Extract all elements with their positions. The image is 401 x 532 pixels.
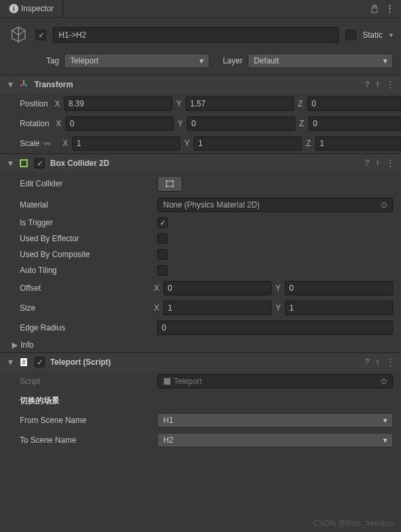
info-foldout[interactable]: ▶ Info: [0, 338, 401, 352]
teleport-title: Teleport (Script): [50, 358, 359, 367]
static-dropdown-arrow[interactable]: ▾: [389, 30, 393, 40]
teleport-header[interactable]: ▼ # Teleport (Script) ? ⫯ ⋮: [0, 353, 401, 371]
menu-icon[interactable]: ⋮: [385, 3, 394, 14]
svg-rect-3: [172, 180, 174, 182]
foldout-icon: ▶: [12, 340, 18, 350]
script-icon: #: [18, 357, 29, 367]
position-z-input[interactable]: [307, 96, 401, 111]
static-checkbox[interactable]: [346, 30, 356, 40]
preset-icon[interactable]: ⫯: [376, 80, 380, 89]
is-trigger-checkbox[interactable]: [157, 217, 168, 228]
static-label: Static: [363, 30, 383, 40]
teleport-component: ▼ # Teleport (Script) ? ⫯ ⋮ Script Telep…: [0, 352, 401, 450]
script-field: Teleport ⊙: [157, 374, 393, 389]
layer-value: Default: [254, 56, 279, 65]
gameobject-header: Static ▾: [0, 18, 401, 51]
svg-rect-5: [172, 186, 174, 187]
transform-icon: [18, 79, 29, 90]
position-label: Position: [20, 99, 48, 108]
help-icon[interactable]: ?: [365, 80, 369, 89]
size-y-input[interactable]: [285, 301, 393, 315]
gameobject-icon[interactable]: [8, 24, 29, 46]
tag-dropdown[interactable]: Teleport▾: [64, 54, 209, 68]
info-icon: i: [9, 4, 18, 13]
used-by-composite-label: Used By Composite: [20, 250, 152, 259]
inspector-header: i Inspector ⋮: [0, 0, 401, 18]
tag-value: Teleport: [70, 56, 98, 65]
script-mini-icon: [163, 377, 171, 385]
to-scene-label: To Scene Name: [20, 436, 152, 445]
preset-icon[interactable]: ⫯: [376, 358, 380, 367]
z-label: Z: [297, 99, 305, 108]
svg-text:#: #: [22, 359, 26, 366]
help-icon[interactable]: ?: [365, 159, 369, 168]
info-label: Info: [20, 340, 34, 350]
size-x-input[interactable]: [163, 301, 272, 315]
teleport-enabled-checkbox[interactable]: [34, 357, 45, 367]
script-label: Script: [20, 377, 152, 386]
to-scene-value: H2: [163, 436, 173, 445]
used-by-effector-label: Used By Effector: [20, 234, 152, 243]
preset-icon[interactable]: ⫯: [376, 159, 380, 168]
gameobject-enabled-checkbox[interactable]: [36, 30, 46, 40]
edge-radius-input[interactable]: [157, 321, 393, 335]
edit-collider-button[interactable]: [157, 176, 182, 192]
svg-rect-2: [166, 180, 167, 182]
gameobject-name-input[interactable]: [53, 27, 339, 43]
menu-icon[interactable]: ⋮: [386, 80, 394, 89]
transform-header[interactable]: ▼ Transform ? ⫯ ⋮: [0, 75, 401, 94]
foldout-icon: ▼: [7, 80, 13, 89]
layer-label: Layer: [223, 56, 242, 65]
offset-label: Offset: [20, 284, 147, 293]
svg-rect-1: [166, 181, 173, 186]
from-scene-value: H1: [163, 416, 173, 425]
material-field[interactable]: None (Physics Material 2D) ⊙: [157, 198, 393, 212]
scale-z-input[interactable]: [315, 136, 401, 151]
box-collider-header[interactable]: ▼ Box Collider 2D ? ⫯ ⋮: [0, 154, 401, 172]
svg-rect-8: [164, 378, 170, 385]
lock-icon[interactable]: [371, 5, 379, 13]
rotation-y-input[interactable]: [187, 116, 295, 131]
watermark: CSDN @float_freedom: [313, 519, 394, 528]
edit-collider-label: Edit Collider: [20, 179, 152, 188]
offset-y-input[interactable]: [285, 281, 393, 295]
layer-dropdown[interactable]: Default▾: [248, 54, 393, 68]
object-picker-icon[interactable]: ⊙: [381, 200, 387, 209]
inspector-tab[interactable]: i Inspector: [0, 0, 63, 17]
used-by-effector-checkbox[interactable]: [157, 233, 168, 244]
box-collider-2d-component: ▼ Box Collider 2D ? ⫯ ⋮ Edit Collider Ma…: [0, 153, 401, 352]
foldout-icon: ▼: [7, 159, 13, 168]
object-picker-icon[interactable]: ⊙: [381, 377, 387, 386]
position-y-input[interactable]: [186, 96, 294, 111]
script-value: Teleport: [174, 377, 202, 386]
rotation-x-input[interactable]: [65, 116, 174, 131]
material-value: None (Physics Material 2D): [163, 200, 260, 209]
used-by-composite-checkbox[interactable]: [157, 249, 168, 260]
rotation-label: Rotation: [20, 119, 50, 128]
from-scene-dropdown[interactable]: H1▾: [157, 413, 393, 428]
material-label: Material: [20, 200, 152, 209]
to-scene-dropdown[interactable]: H2▾: [157, 433, 393, 447]
box-collider-icon: [18, 158, 29, 169]
transform-title: Transform: [34, 80, 359, 89]
position-x-input[interactable]: [64, 96, 172, 111]
menu-icon[interactable]: ⋮: [386, 159, 394, 168]
edge-radius-label: Edge Radius: [20, 323, 152, 332]
section-header: 切换的场景: [0, 391, 401, 410]
offset-x-input[interactable]: [163, 281, 272, 295]
size-label: Size: [20, 303, 147, 313]
auto-tiling-label: Auto Tiling: [20, 266, 152, 275]
menu-icon[interactable]: ⋮: [386, 358, 394, 367]
rotation-z-input[interactable]: [309, 116, 401, 131]
scale-y-input[interactable]: [194, 136, 302, 151]
box-collider-title: Box Collider 2D: [50, 159, 359, 168]
svg-rect-4: [166, 186, 167, 187]
auto-tiling-checkbox[interactable]: [157, 265, 168, 276]
scale-label: Scale ⚯: [20, 139, 56, 149]
scale-link-icon[interactable]: ⚯: [44, 139, 51, 149]
foldout-icon: ▼: [7, 358, 13, 367]
is-trigger-label: Is Trigger: [20, 218, 152, 227]
box-collider-enabled-checkbox[interactable]: [34, 158, 45, 169]
help-icon[interactable]: ?: [365, 358, 369, 367]
scale-x-input[interactable]: [72, 136, 180, 151]
